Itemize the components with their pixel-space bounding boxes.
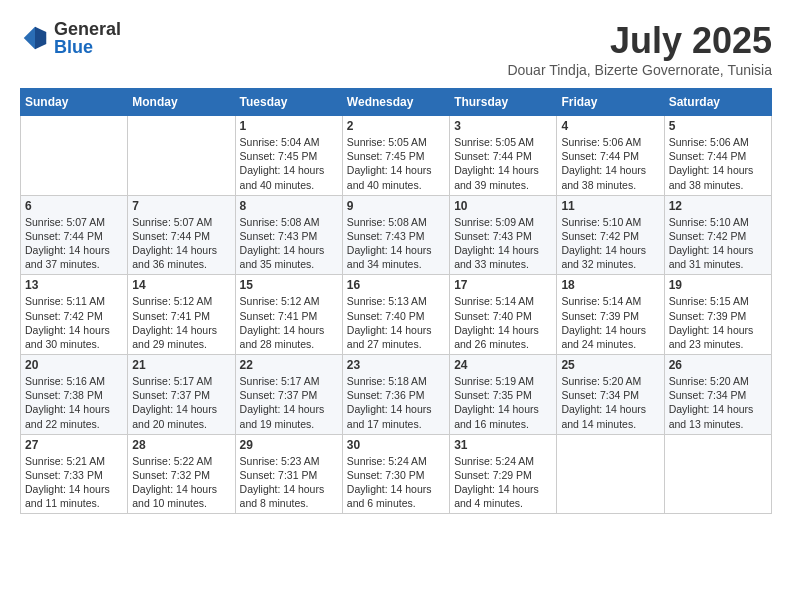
day-number: 27 xyxy=(25,438,123,452)
calendar-cell: 29Sunrise: 5:23 AMSunset: 7:31 PMDayligh… xyxy=(235,434,342,514)
day-info: Sunrise: 5:07 AMSunset: 7:44 PMDaylight:… xyxy=(132,215,230,272)
day-number: 15 xyxy=(240,278,338,292)
day-number: 13 xyxy=(25,278,123,292)
page-header: General Blue July 2025 Douar Tindja, Biz… xyxy=(20,20,772,78)
weekday-header-row: SundayMondayTuesdayWednesdayThursdayFrid… xyxy=(21,89,772,116)
calendar-cell xyxy=(557,434,664,514)
calendar-cell: 24Sunrise: 5:19 AMSunset: 7:35 PMDayligh… xyxy=(450,355,557,435)
day-number: 10 xyxy=(454,199,552,213)
calendar-cell: 15Sunrise: 5:12 AMSunset: 7:41 PMDayligh… xyxy=(235,275,342,355)
day-number: 2 xyxy=(347,119,445,133)
month-title: July 2025 xyxy=(507,20,772,62)
day-number: 11 xyxy=(561,199,659,213)
day-number: 5 xyxy=(669,119,767,133)
calendar-cell xyxy=(128,116,235,196)
day-number: 30 xyxy=(347,438,445,452)
day-info: Sunrise: 5:14 AMSunset: 7:39 PMDaylight:… xyxy=(561,294,659,351)
day-number: 23 xyxy=(347,358,445,372)
calendar-cell: 23Sunrise: 5:18 AMSunset: 7:36 PMDayligh… xyxy=(342,355,449,435)
day-info: Sunrise: 5:16 AMSunset: 7:38 PMDaylight:… xyxy=(25,374,123,431)
day-info: Sunrise: 5:05 AMSunset: 7:45 PMDaylight:… xyxy=(347,135,445,192)
weekday-header-thursday: Thursday xyxy=(450,89,557,116)
day-number: 1 xyxy=(240,119,338,133)
day-number: 6 xyxy=(25,199,123,213)
day-info: Sunrise: 5:08 AMSunset: 7:43 PMDaylight:… xyxy=(240,215,338,272)
calendar-cell xyxy=(21,116,128,196)
calendar-cell: 21Sunrise: 5:17 AMSunset: 7:37 PMDayligh… xyxy=(128,355,235,435)
day-number: 22 xyxy=(240,358,338,372)
calendar-cell: 16Sunrise: 5:13 AMSunset: 7:40 PMDayligh… xyxy=(342,275,449,355)
calendar-week-row: 27Sunrise: 5:21 AMSunset: 7:33 PMDayligh… xyxy=(21,434,772,514)
logo: General Blue xyxy=(20,20,121,56)
day-info: Sunrise: 5:23 AMSunset: 7:31 PMDaylight:… xyxy=(240,454,338,511)
calendar-cell: 31Sunrise: 5:24 AMSunset: 7:29 PMDayligh… xyxy=(450,434,557,514)
calendar-cell: 17Sunrise: 5:14 AMSunset: 7:40 PMDayligh… xyxy=(450,275,557,355)
day-info: Sunrise: 5:09 AMSunset: 7:43 PMDaylight:… xyxy=(454,215,552,272)
day-info: Sunrise: 5:21 AMSunset: 7:33 PMDaylight:… xyxy=(25,454,123,511)
calendar-cell: 11Sunrise: 5:10 AMSunset: 7:42 PMDayligh… xyxy=(557,195,664,275)
calendar-week-row: 1Sunrise: 5:04 AMSunset: 7:45 PMDaylight… xyxy=(21,116,772,196)
day-number: 20 xyxy=(25,358,123,372)
day-number: 25 xyxy=(561,358,659,372)
day-info: Sunrise: 5:11 AMSunset: 7:42 PMDaylight:… xyxy=(25,294,123,351)
day-info: Sunrise: 5:17 AMSunset: 7:37 PMDaylight:… xyxy=(132,374,230,431)
day-number: 3 xyxy=(454,119,552,133)
calendar-cell: 2Sunrise: 5:05 AMSunset: 7:45 PMDaylight… xyxy=(342,116,449,196)
day-info: Sunrise: 5:05 AMSunset: 7:44 PMDaylight:… xyxy=(454,135,552,192)
calendar-cell: 4Sunrise: 5:06 AMSunset: 7:44 PMDaylight… xyxy=(557,116,664,196)
calendar-cell: 3Sunrise: 5:05 AMSunset: 7:44 PMDaylight… xyxy=(450,116,557,196)
day-number: 26 xyxy=(669,358,767,372)
calendar-cell: 22Sunrise: 5:17 AMSunset: 7:37 PMDayligh… xyxy=(235,355,342,435)
logo-blue-text: Blue xyxy=(54,38,121,56)
day-info: Sunrise: 5:12 AMSunset: 7:41 PMDaylight:… xyxy=(240,294,338,351)
day-info: Sunrise: 5:24 AMSunset: 7:30 PMDaylight:… xyxy=(347,454,445,511)
day-info: Sunrise: 5:19 AMSunset: 7:35 PMDaylight:… xyxy=(454,374,552,431)
day-info: Sunrise: 5:18 AMSunset: 7:36 PMDaylight:… xyxy=(347,374,445,431)
day-number: 28 xyxy=(132,438,230,452)
calendar-cell: 28Sunrise: 5:22 AMSunset: 7:32 PMDayligh… xyxy=(128,434,235,514)
svg-marker-1 xyxy=(35,27,46,50)
day-info: Sunrise: 5:15 AMSunset: 7:39 PMDaylight:… xyxy=(669,294,767,351)
subtitle: Douar Tindja, Bizerte Governorate, Tunis… xyxy=(507,62,772,78)
day-info: Sunrise: 5:22 AMSunset: 7:32 PMDaylight:… xyxy=(132,454,230,511)
day-info: Sunrise: 5:10 AMSunset: 7:42 PMDaylight:… xyxy=(561,215,659,272)
day-info: Sunrise: 5:06 AMSunset: 7:44 PMDaylight:… xyxy=(561,135,659,192)
calendar-table: SundayMondayTuesdayWednesdayThursdayFrid… xyxy=(20,88,772,514)
day-number: 7 xyxy=(132,199,230,213)
calendar-cell: 27Sunrise: 5:21 AMSunset: 7:33 PMDayligh… xyxy=(21,434,128,514)
day-number: 14 xyxy=(132,278,230,292)
calendar-cell: 9Sunrise: 5:08 AMSunset: 7:43 PMDaylight… xyxy=(342,195,449,275)
day-number: 19 xyxy=(669,278,767,292)
logo-icon xyxy=(20,23,50,53)
calendar-cell: 20Sunrise: 5:16 AMSunset: 7:38 PMDayligh… xyxy=(21,355,128,435)
weekday-header-wednesday: Wednesday xyxy=(342,89,449,116)
weekday-header-monday: Monday xyxy=(128,89,235,116)
calendar-cell: 10Sunrise: 5:09 AMSunset: 7:43 PMDayligh… xyxy=(450,195,557,275)
calendar-cell: 30Sunrise: 5:24 AMSunset: 7:30 PMDayligh… xyxy=(342,434,449,514)
day-info: Sunrise: 5:07 AMSunset: 7:44 PMDaylight:… xyxy=(25,215,123,272)
calendar-cell: 18Sunrise: 5:14 AMSunset: 7:39 PMDayligh… xyxy=(557,275,664,355)
day-number: 16 xyxy=(347,278,445,292)
day-number: 4 xyxy=(561,119,659,133)
title-block: July 2025 Douar Tindja, Bizerte Governor… xyxy=(507,20,772,78)
day-number: 9 xyxy=(347,199,445,213)
day-info: Sunrise: 5:17 AMSunset: 7:37 PMDaylight:… xyxy=(240,374,338,431)
day-number: 21 xyxy=(132,358,230,372)
day-info: Sunrise: 5:06 AMSunset: 7:44 PMDaylight:… xyxy=(669,135,767,192)
calendar-cell: 14Sunrise: 5:12 AMSunset: 7:41 PMDayligh… xyxy=(128,275,235,355)
calendar-cell: 6Sunrise: 5:07 AMSunset: 7:44 PMDaylight… xyxy=(21,195,128,275)
calendar-week-row: 20Sunrise: 5:16 AMSunset: 7:38 PMDayligh… xyxy=(21,355,772,435)
day-number: 31 xyxy=(454,438,552,452)
day-info: Sunrise: 5:10 AMSunset: 7:42 PMDaylight:… xyxy=(669,215,767,272)
day-info: Sunrise: 5:04 AMSunset: 7:45 PMDaylight:… xyxy=(240,135,338,192)
day-info: Sunrise: 5:20 AMSunset: 7:34 PMDaylight:… xyxy=(669,374,767,431)
day-number: 29 xyxy=(240,438,338,452)
weekday-header-sunday: Sunday xyxy=(21,89,128,116)
calendar-cell: 13Sunrise: 5:11 AMSunset: 7:42 PMDayligh… xyxy=(21,275,128,355)
calendar-cell: 25Sunrise: 5:20 AMSunset: 7:34 PMDayligh… xyxy=(557,355,664,435)
day-number: 12 xyxy=(669,199,767,213)
calendar-cell: 26Sunrise: 5:20 AMSunset: 7:34 PMDayligh… xyxy=(664,355,771,435)
weekday-header-tuesday: Tuesday xyxy=(235,89,342,116)
calendar-week-row: 13Sunrise: 5:11 AMSunset: 7:42 PMDayligh… xyxy=(21,275,772,355)
weekday-header-saturday: Saturday xyxy=(664,89,771,116)
